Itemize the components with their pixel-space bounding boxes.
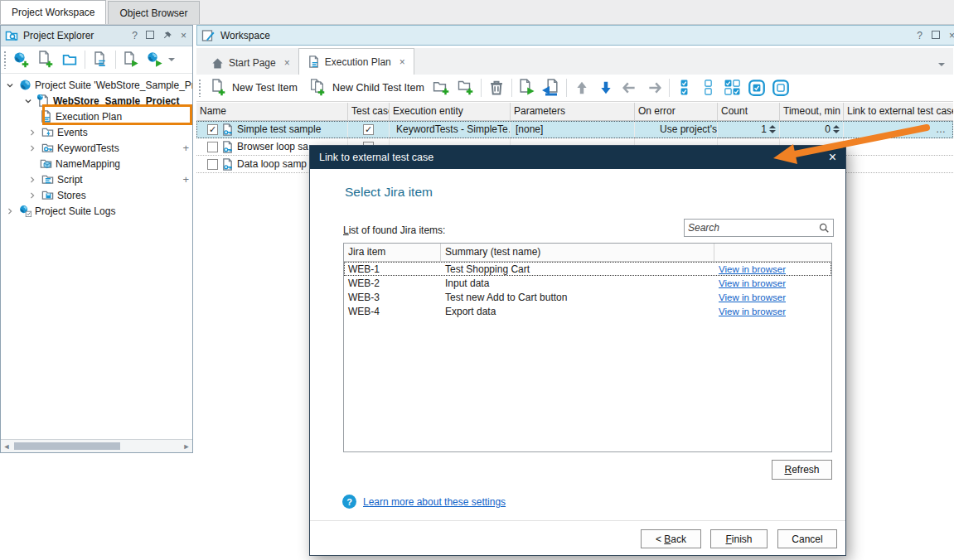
chevron-right-icon[interactable] <box>27 191 38 200</box>
run-options-dropdown[interactable] <box>168 58 175 61</box>
chevron-right-icon[interactable] <box>27 176 38 184</box>
scrollbar-thumb[interactable] <box>14 442 120 450</box>
cell-count: 1 <box>718 121 780 138</box>
help-button[interactable]: ? <box>130 30 139 41</box>
new-group-button[interactable] <box>431 77 453 99</box>
uncheck-all-button[interactable] <box>698 77 719 99</box>
move-down-button[interactable] <box>595 77 617 99</box>
finish-button[interactable]: Finish <box>710 529 768 548</box>
item-checkbox[interactable] <box>207 159 218 170</box>
view-in-browser-link[interactable]: View in browser <box>719 278 786 288</box>
close-button[interactable]: × <box>179 30 188 41</box>
move-up-button[interactable] <box>571 77 593 99</box>
help-button[interactable]: ? <box>915 30 924 41</box>
search-icon[interactable] <box>815 222 833 234</box>
delete-button[interactable] <box>486 77 507 99</box>
toolbar-grip[interactable] <box>198 79 201 97</box>
jira-item-row[interactable]: WEB-2 Input data View in browser <box>344 276 831 290</box>
tree-item-events[interactable]: Events <box>1 124 192 140</box>
column-header-blank[interactable] <box>714 244 831 262</box>
move-left-button[interactable] <box>619 77 641 99</box>
new-project-suite-button[interactable] <box>11 49 32 70</box>
dialog-title-bar[interactable]: Link to external test case × <box>310 146 845 169</box>
tab-object-browser[interactable]: Object Browser <box>108 1 199 24</box>
jira-item-row[interactable]: WEB-4 Export data View in browser <box>344 304 831 318</box>
chevron-down-icon[interactable] <box>4 81 16 89</box>
link-test-case-button[interactable]: … <box>936 123 947 135</box>
column-header-timeout[interactable]: Timeout, min <box>780 103 844 121</box>
tree-item-stores[interactable]: Stores <box>1 187 192 203</box>
column-header-test-case[interactable]: Test case <box>348 103 390 121</box>
check-selected-button[interactable] <box>746 77 768 99</box>
tree-item-project[interactable]: WebStore_Sample_Project <box>1 93 192 109</box>
column-header-on-error[interactable]: On error <box>635 103 718 121</box>
view-in-browser-link[interactable]: View in browser <box>719 307 786 316</box>
run-selected-items-button[interactable] <box>540 77 562 99</box>
tree-item-project-suite-logs[interactable]: Project Suite Logs <box>1 203 192 219</box>
new-project-button[interactable] <box>35 49 56 70</box>
close-icon[interactable]: × <box>829 151 836 164</box>
toolbar-grip[interactable] <box>3 51 7 69</box>
tree-item-execution-plan[interactable]: Execution Plan <box>1 109 192 124</box>
maximize-button[interactable] <box>144 30 156 41</box>
add-keywordtest-button[interactable]: + <box>182 142 189 154</box>
tab-list-dropdown[interactable] <box>938 63 945 66</box>
move-right-button[interactable] <box>643 77 665 99</box>
view-in-browser-link[interactable]: View in browser <box>719 264 786 274</box>
horizontal-scrollbar[interactable]: ◄ ► <box>1 439 192 452</box>
pin-button[interactable] <box>161 31 174 41</box>
tab-project-workspace[interactable]: Project Workspace <box>0 0 106 24</box>
refresh-button[interactable]: Refresh <box>772 460 832 480</box>
tree-item-keywordtests[interactable]: KeywordTests + <box>1 140 192 156</box>
close-tab-icon[interactable]: × <box>284 57 290 69</box>
tree-item-script[interactable]: Script + <box>1 171 192 187</box>
new-test-item-icon <box>210 79 228 97</box>
column-header-execution-entity[interactable]: Execution entity <box>390 103 511 121</box>
close-tab-icon[interactable]: × <box>400 56 405 68</box>
new-child-group-button[interactable] <box>455 77 477 99</box>
link-to-external-test-case-dialog: Link to external test case × Select Jira… <box>309 145 846 556</box>
test-case-checkbox[interactable] <box>363 124 374 135</box>
tab-execution-plan[interactable]: Execution Plan × <box>298 48 414 75</box>
learn-more-link[interactable]: Learn more about these settings <box>363 496 506 508</box>
view-in-browser-link[interactable]: View in browser <box>719 292 786 302</box>
invert-checks-button[interactable] <box>722 77 743 99</box>
test-item-row[interactable]: Simple test sample KeywordTests - Simple… <box>196 121 953 138</box>
tree-item-project-suite[interactable]: Project Suite 'WebStore_Sample_Project' <box>1 77 192 93</box>
timeout-spinner[interactable] <box>833 125 840 133</box>
back-button[interactable]: < Back <box>641 529 701 548</box>
chevron-right-icon[interactable] <box>4 207 16 215</box>
new-test-item-button[interactable]: New Test Item <box>206 77 302 99</box>
cancel-button[interactable]: Cancel <box>777 529 837 548</box>
new-child-test-item-button[interactable]: New Child Test Item <box>304 77 429 99</box>
run-project-button[interactable] <box>120 49 142 70</box>
open-file-button[interactable] <box>59 49 80 70</box>
count-spinner[interactable] <box>769 125 776 133</box>
chevron-down-icon[interactable] <box>22 97 34 105</box>
organize-items-button[interactable] <box>90 49 111 70</box>
chevron-right-icon[interactable] <box>27 144 38 152</box>
jira-item-row[interactable]: WEB-3 Test new Add to Cart button View i… <box>344 290 831 304</box>
item-checkbox[interactable] <box>207 124 218 135</box>
column-header-parameters[interactable]: Parameters <box>511 103 635 121</box>
run-project-suite-button[interactable] <box>144 49 166 70</box>
close-button[interactable]: × <box>947 30 954 41</box>
tab-start-page[interactable]: Start Page × <box>203 51 298 75</box>
scroll-left-arrow[interactable]: ◄ <box>1 442 12 451</box>
item-checkbox[interactable] <box>207 142 218 152</box>
add-script-button[interactable]: + <box>182 173 189 186</box>
tree-item-namemapping[interactable]: NameMapping <box>1 156 192 171</box>
scroll-right-arrow[interactable]: ► <box>181 442 192 451</box>
maximize-button[interactable] <box>930 30 942 41</box>
search-input[interactable] <box>685 222 815 234</box>
column-header-jira-item[interactable]: Jira item <box>344 244 441 262</box>
column-header-summary[interactable]: Summary (test name) <box>441 244 714 262</box>
run-test-item-button[interactable] <box>516 77 538 99</box>
check-all-button[interactable] <box>674 77 695 99</box>
chevron-right-icon[interactable] <box>27 128 38 137</box>
column-header-name[interactable]: Name <box>196 103 348 121</box>
column-header-link[interactable]: Link to external test case <box>844 103 953 121</box>
uncheck-selected-button[interactable] <box>770 77 792 99</box>
column-header-count[interactable]: Count <box>718 103 780 121</box>
jira-item-row[interactable]: WEB-1 Test Shopping Cart View in browser <box>344 262 831 276</box>
